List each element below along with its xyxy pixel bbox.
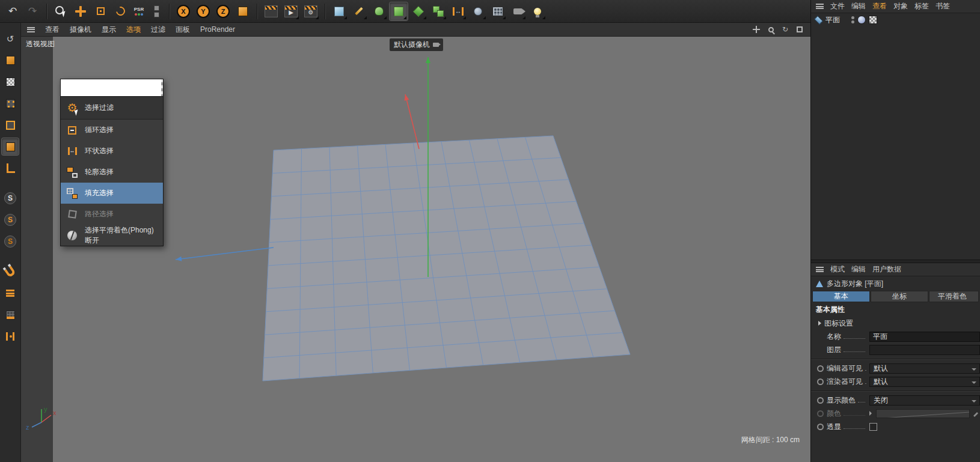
viewport-3d[interactable]: 默认摄像机 网格间距 : 100 cm [53,37,810,462]
menu-item-fill-selection[interactable]: 填充选择 [61,183,163,204]
coordinate-system-button[interactable] [234,2,252,20]
menu-prorender[interactable]: ProRender [200,25,235,34]
add-scene-object-button[interactable] [429,2,447,20]
z-axis-lock-button[interactable]: Z [214,2,232,20]
am-menu-mode[interactable]: 模式 [830,264,845,275]
menu-view[interactable]: 查看 [45,25,60,35]
pan-view-button[interactable] [752,25,761,34]
cinema4d-app: ↶ ↷ PSR X Y Z ▶ ⚙ [0,0,980,462]
redo-button[interactable]: ↷ [23,2,41,20]
toolbar-separator [46,4,47,19]
om-menu-edit[interactable]: 编辑 [851,1,866,11]
y-axis-lock-button[interactable]: Y [194,2,212,20]
psr-tools-group[interactable]: PSR [131,2,147,20]
add-mograph-button[interactable]: ↔ [449,2,467,20]
add-volume-button[interactable] [469,2,487,20]
add-spline-button[interactable] [350,2,368,20]
menu-item-selection-filter[interactable]: ⚙ 选择过滤 [61,97,163,120]
menu-item-ring-selection[interactable]: ↔ 环状选择 [61,141,163,162]
rotate-view-button[interactable]: ↻ [780,25,790,34]
model-mode-button[interactable] [2,52,19,68]
display-color-dropdown[interactable]: 关闭 [869,395,980,406]
am-menu-userdata[interactable]: 用户数据 [872,264,901,275]
om-menu-object[interactable]: 对象 [893,1,908,11]
solo-single-button[interactable]: S [2,211,19,228]
fill-selection-icon [65,186,79,201]
mode-toolbar: ↺ S S S [0,23,21,462]
add-generator-button[interactable] [390,2,408,20]
coordinate-mini-group[interactable] [149,2,164,20]
menu-display[interactable]: 显示 [102,25,116,35]
keyframe-circle[interactable] [817,424,824,430]
polygons-mode-button[interactable] [2,138,19,155]
add-light-button[interactable] [528,2,547,20]
editor-visible-dropdown[interactable]: 默认 [869,363,980,374]
convert-editable-button[interactable]: ↺ [2,30,19,47]
icon-settings-group[interactable]: 图标设置 [811,317,980,330]
keyframe-circle[interactable] [817,365,824,372]
keyframe-circle[interactable] [817,397,824,404]
attribute-manager-menu-icon[interactable] [816,267,824,272]
visibility-dots-icon[interactable] [851,16,854,23]
viewport-panel: 透视视图 默认摄像机 网格间距 : 100 cm [21,37,810,462]
move-tool[interactable] [72,2,90,20]
tab-coordinates[interactable]: 坐标 [871,291,928,302]
rotate-tool[interactable] [111,2,129,20]
phong-tag-icon[interactable] [857,16,866,24]
grid-snap-button[interactable] [2,306,19,323]
snap-settings-button[interactable] [2,285,19,302]
uvw-tag-icon[interactable] [869,16,877,24]
menu-camera[interactable]: 摄像机 [70,25,91,35]
texture-mode-button[interactable] [2,73,19,90]
object-name-input[interactable] [869,332,980,342]
menu-item-phong-break-selection[interactable]: 选择平滑着色(Phong)断开 [61,225,163,246]
layer-link-box[interactable] [869,345,980,355]
menu-item-path-selection[interactable]: 路径选择 [61,204,163,225]
menu-item-loop-selection[interactable]: 循环选择 [61,120,163,141]
view-label[interactable]: 透视视图 [26,39,55,49]
undo-button[interactable]: ↶ [4,2,22,20]
add-environment-button[interactable] [489,2,507,20]
enable-snap-button[interactable] [2,263,19,280]
add-cube-button[interactable] [330,2,348,20]
edges-mode-button[interactable] [2,117,19,133]
viewport-scene[interactable] [53,37,810,462]
render-visible-dropdown[interactable]: 默认 [869,377,980,387]
quantize-button[interactable] [2,328,19,345]
menu-filter[interactable]: 过滤 [151,25,165,35]
add-camera-button[interactable] [509,2,527,20]
keyframe-circle[interactable] [817,378,824,385]
coord-system-mini-icon [154,5,159,11]
live-selection-tool[interactable] [52,2,70,20]
render-settings-button[interactable]: ⚙ [302,2,320,20]
menu-item-outline-selection[interactable]: 轮廓选择 [61,162,163,183]
camera-label-pill[interactable]: 默认摄像机 [390,38,443,51]
palette-search-input[interactable] [61,79,161,96]
xray-checkbox[interactable] [869,423,877,431]
tab-basic[interactable]: 基本 [812,291,870,302]
points-mode-button[interactable] [2,95,19,112]
om-menu-view[interactable]: 查看 [872,1,887,11]
viewport-menu-icon[interactable] [27,27,35,32]
menu-panel[interactable]: 面板 [176,25,190,35]
enable-axis-button[interactable] [2,160,19,177]
solo-off-button[interactable]: S [2,190,19,207]
om-menu-tags[interactable]: 标签 [914,1,929,11]
solo-hierarchy-button[interactable]: S [2,233,19,250]
add-subdivision-surface-button[interactable] [370,2,388,20]
object-manager-menu-icon[interactable] [816,4,824,9]
object-list-item-plane[interactable]: 平面 [811,13,980,26]
am-menu-edit[interactable]: 编辑 [851,264,866,275]
tab-phong[interactable]: 平滑着色 [929,291,979,302]
render-view-button[interactable] [262,2,280,20]
scale-tool[interactable] [91,2,109,20]
object-manager-empty-area[interactable] [811,26,980,260]
om-menu-bookmarks[interactable]: 书签 [936,1,950,11]
maximize-view-button[interactable] [795,25,804,34]
zoom-view-button[interactable] [766,25,776,34]
om-menu-file[interactable]: 文件 [830,1,845,11]
add-deformer-button[interactable] [409,2,427,20]
render-picture-viewer-button[interactable]: ▶ [282,2,300,20]
x-axis-lock-button[interactable]: X [174,2,192,20]
menu-options[interactable]: 选项 [126,25,141,35]
